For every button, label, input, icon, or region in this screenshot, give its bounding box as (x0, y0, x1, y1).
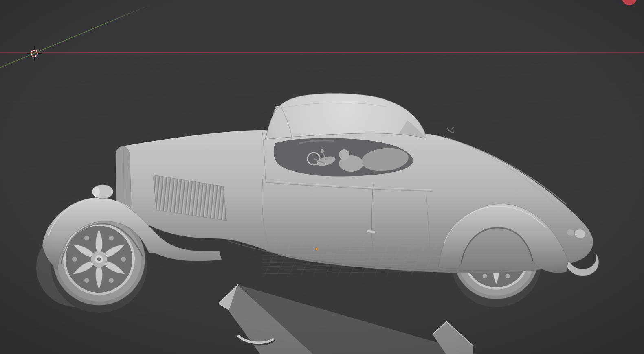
viewport-canvas[interactable] (0, 0, 644, 354)
door-handle (367, 230, 376, 233)
origin-point[interactable] (315, 248, 318, 250)
viewport-scene (0, 0, 644, 354)
headlight (92, 185, 113, 199)
